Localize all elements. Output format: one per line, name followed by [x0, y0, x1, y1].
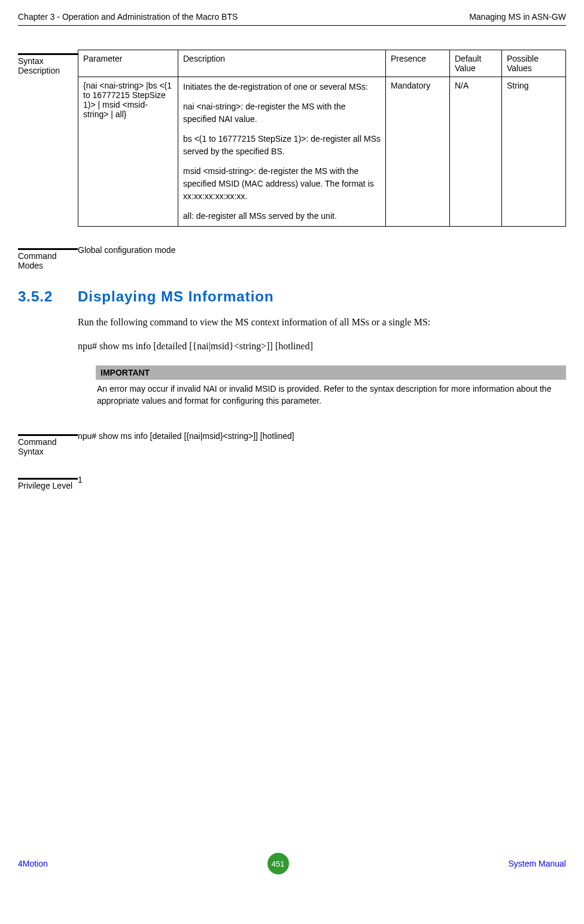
syntax-description-label: Syntax Description — [18, 56, 78, 75]
section-heading: 3.5.2 Displaying MS Information — [18, 288, 566, 305]
command-modes-value: Global configuration mode — [78, 245, 175, 255]
col-parameter: Parameter — [78, 50, 178, 77]
important-text: An error may occur if invalid NAI or inv… — [96, 380, 566, 407]
desc-bs: bs <(1 to 16777215 StepSize 1)>: de-regi… — [183, 133, 381, 158]
header-right: Managing MS in ASN-GW — [469, 12, 566, 22]
command-syntax-value: npu# show ms info [detailed [{nai|msid}<… — [78, 431, 294, 441]
footer-left: 4Motion — [18, 859, 48, 868]
section-body-2: npu# show ms info [detailed [{nai|msid}<… — [78, 339, 566, 354]
desc-nai: nai <nai-string>: de-register the MS wit… — [183, 100, 381, 126]
cell-description: Initiates the de-registration of one or … — [178, 77, 386, 227]
cell-possible: String — [502, 77, 566, 227]
section-rule — [18, 53, 78, 55]
header-left: Chapter 3 - Operation and Administration… — [18, 12, 238, 22]
desc-intro: Initiates the de-registration of one or … — [183, 81, 381, 93]
table-header-row: Parameter Description Presence Default V… — [78, 50, 566, 77]
section-rule — [18, 434, 78, 436]
section-rule — [18, 478, 78, 480]
page-number-badge: 451 — [267, 853, 289, 874]
command-syntax-label: Command Syntax — [18, 437, 78, 456]
footer-right: System Manual — [509, 859, 566, 868]
table-row: {nai <nai-string> |bs <(1 to 16777215 St… — [78, 77, 566, 227]
cell-parameter: {nai <nai-string> |bs <(1 to 16777215 St… — [78, 77, 178, 227]
cell-presence: Mandatory — [386, 77, 450, 227]
important-header: IMPORTANT — [96, 365, 566, 380]
section-title: Displaying MS Information — [78, 288, 274, 305]
section-body-1: Run the following command to view the MS… — [78, 315, 566, 330]
important-icon — [78, 365, 96, 377]
col-possible: Possible Values — [502, 50, 566, 77]
command-modes-label: Command Modes — [18, 251, 78, 270]
cell-default: N/A — [450, 77, 502, 227]
desc-all: all: de-register all MSs served by the u… — [183, 210, 381, 222]
col-presence: Presence — [386, 50, 450, 77]
page-footer: 4Motion 451 System Manual — [18, 853, 566, 874]
syntax-parameter-table: Parameter Description Presence Default V… — [78, 50, 566, 227]
privilege-level-value: 1 — [78, 475, 83, 484]
page-header: Chapter 3 - Operation and Administration… — [18, 12, 566, 26]
section-rule — [18, 248, 78, 250]
privilege-level-label: Privilege Level — [18, 481, 78, 490]
desc-msid: msid <msid-string>: de-register the MS w… — [183, 165, 381, 203]
col-default: Default Value — [450, 50, 502, 77]
col-description: Description — [178, 50, 386, 77]
section-number: 3.5.2 — [18, 288, 78, 305]
